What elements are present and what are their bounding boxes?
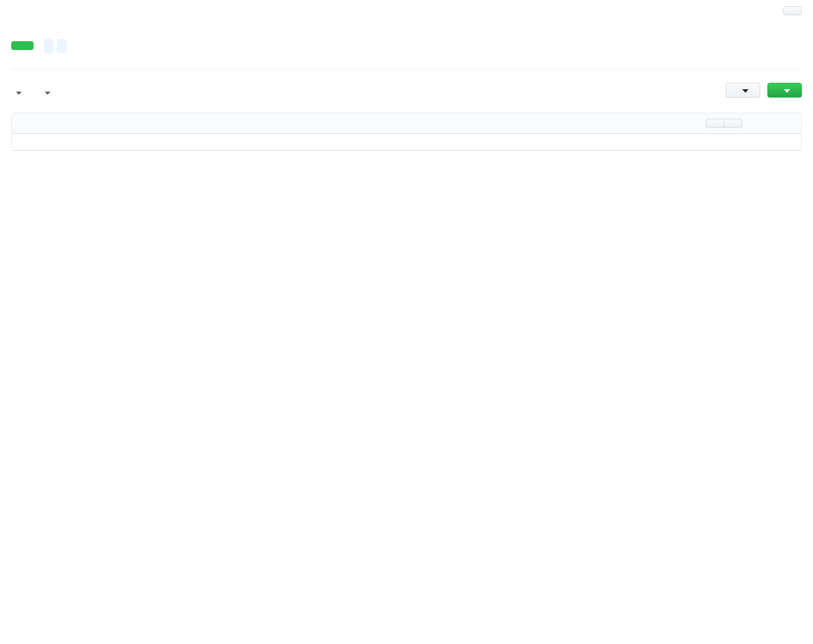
state-badge xyxy=(11,41,34,50)
chevron-down-icon xyxy=(45,92,50,95)
copy-path-button[interactable] xyxy=(706,119,724,128)
pull-request-page xyxy=(0,0,813,151)
file-header xyxy=(12,113,801,134)
file-actions-group xyxy=(706,119,742,128)
review-changes-button[interactable] xyxy=(767,83,802,98)
edit-button[interactable] xyxy=(783,6,802,15)
toolbar-left xyxy=(11,84,726,97)
check-notices-container xyxy=(12,134,801,150)
jump-to-dropdown[interactable] xyxy=(40,84,50,97)
file-diff-card xyxy=(11,113,802,151)
pr-header xyxy=(11,6,802,31)
file-header-right xyxy=(706,119,793,128)
changes-from-dropdown[interactable] xyxy=(11,84,22,97)
merge-description xyxy=(42,39,68,52)
pr-meta xyxy=(11,39,802,52)
head-branch-label[interactable] xyxy=(57,39,66,53)
chevron-down-icon xyxy=(784,89,790,93)
view-file-button[interactable] xyxy=(724,119,742,128)
pr-tabs xyxy=(11,69,802,69)
base-branch-label[interactable] xyxy=(44,39,54,53)
page-title xyxy=(11,6,15,31)
toolbar-right xyxy=(726,83,802,98)
diff-toolbar xyxy=(11,83,802,98)
chevron-down-icon xyxy=(16,92,22,95)
diff-settings-button[interactable] xyxy=(726,83,760,98)
chevron-down-icon xyxy=(742,89,749,93)
